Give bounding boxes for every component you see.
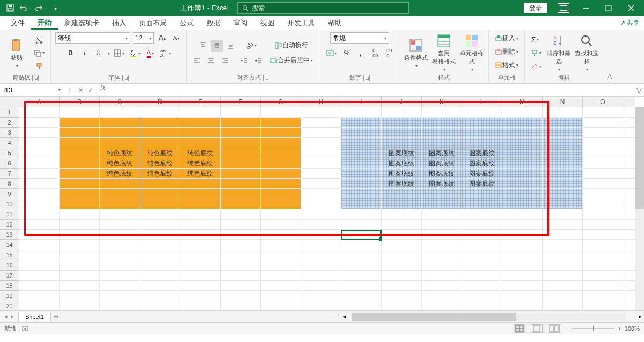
cell[interactable] <box>583 128 623 137</box>
column-header[interactable]: M <box>502 97 543 107</box>
column-header[interactable]: L <box>462 97 502 107</box>
cell[interactable] <box>462 250 502 260</box>
cell[interactable] <box>140 107 180 117</box>
cell[interactable] <box>60 281 100 290</box>
row-header[interactable]: 1 <box>0 107 19 118</box>
cell[interactable] <box>221 179 261 188</box>
cell[interactable] <box>100 199 140 209</box>
cell[interactable] <box>301 158 341 168</box>
page-layout-view-button[interactable] <box>531 324 543 333</box>
cell[interactable] <box>502 118 543 127</box>
enter-formula-button[interactable]: ✓ <box>88 86 93 94</box>
cell[interactable] <box>502 301 543 310</box>
tab-help[interactable]: 帮助 <box>321 16 348 30</box>
increase-decimal-button[interactable]: .0.00 <box>369 47 380 59</box>
sheet-tab[interactable]: Sheet1 <box>18 312 51 321</box>
cell[interactable] <box>60 179 100 188</box>
cell[interactable] <box>60 209 100 219</box>
cell[interactable] <box>100 281 140 290</box>
cell[interactable] <box>341 189 382 199</box>
cell[interactable] <box>261 291 301 301</box>
cell[interactable] <box>19 240 60 250</box>
orientation-button[interactable]: ab▾ <box>244 40 258 52</box>
cell[interactable] <box>341 138 382 148</box>
table-format-button[interactable]: 套用 表格格式▾ <box>431 34 456 72</box>
cell[interactable] <box>221 128 261 137</box>
row-header[interactable]: 13 <box>0 230 19 240</box>
row-header[interactable]: 15 <box>0 250 19 260</box>
row-header[interactable]: 6 <box>0 158 19 169</box>
cell[interactable] <box>261 148 301 158</box>
cell[interactable] <box>583 179 623 188</box>
tab-newtab[interactable]: 新建选项卡 <box>58 16 106 30</box>
copy-button[interactable]: ▾ <box>32 47 46 59</box>
cell[interactable] <box>261 158 301 168</box>
cell[interactable] <box>543 291 583 301</box>
cell[interactable] <box>261 128 301 137</box>
cell[interactable] <box>60 291 100 301</box>
cell[interactable] <box>583 220 623 229</box>
cell[interactable] <box>502 158 543 168</box>
cell[interactable] <box>19 260 60 270</box>
add-sheet-button[interactable]: ⊕ <box>51 313 62 320</box>
cell[interactable]: 纯色底纹 <box>140 169 180 178</box>
cell[interactable] <box>221 220 261 229</box>
cell[interactable] <box>341 230 382 239</box>
cell[interactable] <box>19 220 60 229</box>
cell[interactable] <box>301 281 341 290</box>
cell[interactable] <box>221 189 261 199</box>
cell[interactable] <box>180 138 221 148</box>
find-select-button[interactable]: 查找和选择▾ <box>574 34 599 72</box>
decrease-decimal-button[interactable]: .00.0 <box>383 47 394 59</box>
cell[interactable] <box>19 118 60 127</box>
cell[interactable] <box>221 209 261 219</box>
vertical-scrollbar[interactable] <box>635 107 644 310</box>
cell[interactable] <box>382 118 422 127</box>
close-button[interactable] <box>620 1 642 16</box>
cell[interactable] <box>382 250 422 260</box>
cell[interactable] <box>583 138 623 148</box>
cell[interactable] <box>341 301 382 310</box>
cell[interactable] <box>301 260 341 270</box>
expand-formula-bar[interactable]: ⋁ <box>634 84 644 96</box>
alignment-dialog-launcher[interactable] <box>263 75 269 81</box>
cell[interactable] <box>341 128 382 137</box>
tab-view[interactable]: 视图 <box>254 16 281 30</box>
cell[interactable] <box>60 148 100 158</box>
cell[interactable] <box>502 281 543 290</box>
cell[interactable] <box>583 148 623 158</box>
tab-home[interactable]: 开始 <box>31 16 58 30</box>
cell[interactable] <box>180 199 221 209</box>
cell[interactable] <box>180 291 221 301</box>
cell[interactable] <box>19 128 60 137</box>
cell[interactable] <box>583 169 623 178</box>
top-align-button[interactable] <box>197 40 209 52</box>
column-header[interactable]: I <box>341 97 382 107</box>
cell[interactable] <box>543 281 583 290</box>
normal-view-button[interactable] <box>514 324 525 333</box>
cell[interactable] <box>462 281 502 290</box>
row-header[interactable]: 10 <box>0 199 19 209</box>
decrease-indent-button[interactable] <box>238 55 250 67</box>
cell[interactable] <box>341 118 382 127</box>
cell[interactable] <box>221 250 261 260</box>
cell[interactable] <box>261 230 301 239</box>
cell[interactable] <box>180 128 221 137</box>
cell[interactable] <box>221 107 261 117</box>
cell[interactable] <box>60 169 100 178</box>
cell[interactable] <box>462 209 502 219</box>
border-button[interactable]: ▾ <box>112 47 126 59</box>
cell[interactable] <box>180 230 221 239</box>
cell[interactable] <box>180 260 221 270</box>
cell[interactable] <box>583 301 623 310</box>
cell[interactable] <box>502 250 543 260</box>
column-header[interactable]: C <box>100 97 140 107</box>
cell[interactable] <box>140 301 180 310</box>
cell[interactable] <box>301 230 341 239</box>
cell[interactable] <box>221 240 261 250</box>
row-header[interactable]: 3 <box>0 128 19 138</box>
cell[interactable] <box>140 240 180 250</box>
row-header[interactable]: 9 <box>0 189 19 199</box>
cell[interactable] <box>301 209 341 219</box>
cell[interactable] <box>301 138 341 148</box>
